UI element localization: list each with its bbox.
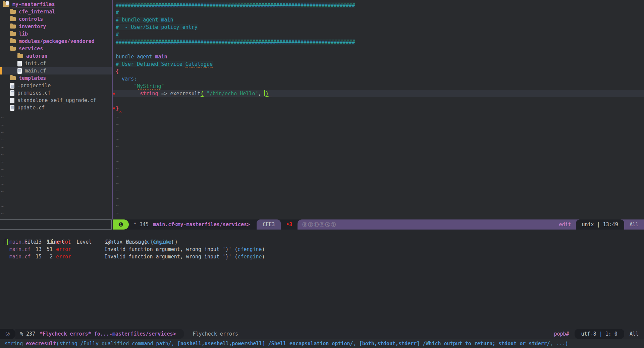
tree-row[interactable]: lib <box>0 30 112 38</box>
error-file: main.cf <box>9 253 32 260</box>
empty-line-tilde: ~ <box>116 180 119 187</box>
tree-row[interactable]: services <box>0 45 112 52</box>
modeline-active: ❶ * 345 main.cf<my-masterfiles/services>… <box>113 219 644 230</box>
major-mode-label: CFE3 <box>263 221 275 228</box>
tree-item-label: cfe_internal <box>19 9 55 15</box>
code-token: main <box>155 54 167 60</box>
window-number-badge-2: ② <box>0 329 15 339</box>
empty-line-tilde: ~ <box>1 166 4 173</box>
code-line[interactable]: ########################################… <box>113 38 644 46</box>
error-row[interactable]: main.cf1351errorInvalid function argumen… <box>0 246 644 253</box>
file-icon <box>10 98 14 103</box>
text-cursor <box>264 90 265 96</box>
tree-row[interactable]: autorun <box>0 52 112 60</box>
code-token <box>204 91 207 97</box>
tree-row[interactable]: update.cf <box>0 104 112 111</box>
error-message: Invalid function argument, wrong input '… <box>104 246 265 252</box>
eldoc-segment: [noshell,useshell,powershell] /Shell enc… <box>177 341 353 347</box>
buffer-percent-size: % 237 <box>20 331 35 337</box>
major-mode-label-2[interactable]: Flycheck errors <box>193 329 238 339</box>
code-line[interactable]: # <box>113 31 644 38</box>
flycheck-fringe-dot <box>113 93 115 95</box>
file-icon <box>17 61 22 66</box>
tree-row[interactable]: cfe_internal <box>0 8 112 15</box>
code-line[interactable]: } <box>113 105 644 112</box>
tree-row-root[interactable]: my-masterfiles <box>0 1 112 8</box>
scroll-indicator: All <box>624 221 644 228</box>
code-token: string <box>140 91 158 97</box>
tree-row[interactable]: templates <box>0 74 112 82</box>
empty-line-tilde: ~ <box>116 136 119 143</box>
tree-row-selected[interactable]: main.cf <box>0 67 112 74</box>
folder-icon <box>10 47 16 51</box>
error-row[interactable]: main.cf152errorInvalid function argument… <box>0 253 644 260</box>
tree-item-label: init.cf <box>25 60 46 66</box>
code-token: { <box>116 68 119 74</box>
project-root-icon <box>3 2 9 7</box>
code-line[interactable]: vars: <box>113 75 644 83</box>
modeline-inactive: ② % 237 *Flycheck errors* fo...-masterfi… <box>0 329 644 339</box>
empty-line-tilde: ~ <box>116 150 119 158</box>
scroll-indicator-2: All <box>624 329 644 339</box>
error-list-header: FileLineColLevelIDMessage (Checker) <box>0 231 644 238</box>
empty-line-tilde: ~ <box>1 173 4 181</box>
tree-row[interactable]: .projectile <box>0 82 112 89</box>
flycheck-error-list-window[interactable]: FileLineColLevelIDMessage (Checker) main… <box>0 230 644 329</box>
echo-area-eldoc: string execresult(string /Fully qualifie… <box>0 339 644 348</box>
code-line[interactable]: string => execresult( "/bin/echo Hello",… <box>113 90 644 97</box>
folder-icon <box>10 17 16 21</box>
buffer-name[interactable]: main.cf<my-masterfiles/services> <box>153 221 250 228</box>
tree-row[interactable]: init.cf <box>0 60 112 67</box>
code-line[interactable]: # bundle agent main <box>113 16 644 23</box>
eldoc-segment: (string /Fully qualified command path/, <box>56 341 177 347</box>
code-token <box>116 76 122 82</box>
tree-item-label: promises.cf <box>17 90 51 96</box>
tree-row[interactable]: controls <box>0 15 112 23</box>
flycheck-error-count[interactable]: •3 <box>281 219 298 230</box>
eldoc-segment: string <box>5 341 26 347</box>
code-token: vars: <box>122 76 137 82</box>
error-row[interactable]: main.cf1351errorsyntax error (cfengine) <box>0 238 644 246</box>
empty-line-tilde: ~ <box>116 113 119 121</box>
tree-row[interactable]: modules/packages/vendored <box>0 38 112 45</box>
eldoc-segment: [both,stdout,stderr] /Which output to re… <box>359 341 550 347</box>
emacs-frame: my-masterfilescfe_internalcontrolsinvent… <box>0 0 644 348</box>
error-count-label: •3 <box>286 221 292 228</box>
code-line[interactable]: "MyString" <box>113 83 644 90</box>
code-token: MyString <box>137 83 161 89</box>
treemacs-sidebar[interactable]: my-masterfilescfe_internalcontrolsinvent… <box>0 0 112 219</box>
code-line[interactable]: # - User/Site policy entry <box>113 23 644 31</box>
major-mode-segment[interactable]: CFE3 <box>257 219 281 230</box>
code-line[interactable]: # <box>113 9 644 16</box>
code-line[interactable]: ########################################… <box>113 1 644 9</box>
code-token <box>119 105 122 111</box>
error-col: 51 <box>42 238 53 246</box>
tree-item-label: .projectile <box>17 83 51 89</box>
tree-row[interactable]: standalone_self_upgrade.cf <box>0 97 112 104</box>
tree-item-label: standalone_self_upgrade.cf <box>17 97 96 103</box>
buffer-name-2[interactable]: *Flycheck errors* fo...-masterfiles/serv… <box>40 331 176 337</box>
tree-row[interactable]: inventory <box>0 23 112 30</box>
window-number-badge: ❶ <box>113 219 129 230</box>
code-line[interactable] <box>113 46 644 53</box>
tree-item-label: templates <box>19 75 46 81</box>
code-editor-window[interactable]: ########################################… <box>113 0 644 219</box>
folder-icon <box>10 10 16 14</box>
error-message-close: ) <box>262 246 265 252</box>
code-token: ########################################… <box>116 39 355 45</box>
code-line[interactable]: bundle agent main <box>113 53 644 60</box>
code-line[interactable]: { <box>113 68 644 75</box>
code-line[interactable] <box>113 97 644 105</box>
tree-row[interactable]: promises.cf <box>0 89 112 97</box>
empty-line-tilde: ~ <box>1 129 4 136</box>
empty-line-tilde: ~ <box>1 203 4 210</box>
code-line[interactable]: # User Defined Service Catalogue <box>113 60 644 68</box>
empty-line-tilde: ~ <box>1 188 4 195</box>
empty-line-tilde: ~ <box>116 202 119 209</box>
file-icon <box>10 90 14 96</box>
error-line: 13 <box>32 246 42 253</box>
tree-item-label: modules/packages/vendored <box>19 38 95 44</box>
error-message-text: Invalid function argument, wrong input '… <box>104 254 237 260</box>
empty-line-tilde: ~ <box>1 158 4 166</box>
error-message-close: ) <box>262 254 265 260</box>
